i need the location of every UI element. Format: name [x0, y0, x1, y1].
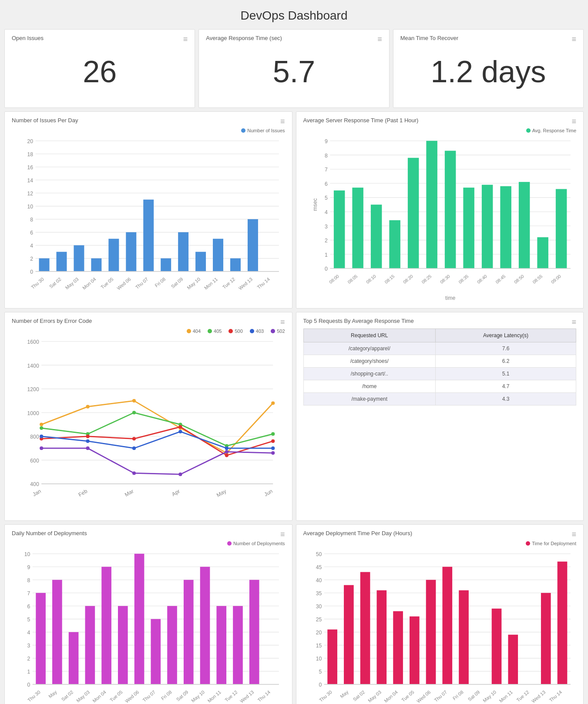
deploy-time-chart: 05101520253035404550Thu 30MaySat 02May 0… [303, 548, 577, 704]
deploy-time-menu[interactable]: ≡ [571, 530, 576, 539]
svg-text:msec: msec [312, 198, 318, 211]
table-cell: 4.3 [435, 392, 576, 405]
svg-point-128 [178, 425, 182, 429]
deployments-legend: Number of Deployments [12, 541, 285, 546]
svg-rect-34 [248, 219, 258, 272]
svg-text:Feb: Feb [77, 488, 88, 498]
deploy-time-title: Average Deployment Time Per Day (Hours) [303, 530, 412, 536]
svg-text:08:35: 08:35 [457, 274, 469, 285]
top5-requests-menu[interactable]: ≡ [571, 318, 576, 327]
svg-text:10: 10 [24, 551, 30, 557]
table-cell: 4.7 [435, 380, 576, 392]
svg-text:Apr: Apr [171, 488, 181, 498]
table-cell: /shopping-cart/.. [303, 367, 435, 380]
svg-rect-181 [184, 580, 194, 684]
svg-rect-22 [39, 258, 50, 272]
svg-point-142 [271, 451, 275, 455]
row3: Number of Errors by Error Code ≡ 4044055… [4, 312, 584, 521]
svg-text:25: 25 [316, 617, 322, 623]
svg-text:4: 4 [30, 243, 33, 249]
svg-text:5: 5 [27, 617, 30, 623]
svg-text:Tue 12: Tue 12 [224, 689, 238, 703]
svg-rect-23 [57, 252, 67, 272]
svg-text:Thu 07: Thu 07 [433, 689, 448, 703]
svg-text:0: 0 [325, 266, 328, 272]
kpi-mttr-menu[interactable]: ≡ [571, 35, 576, 44]
col-latency-header: Average Latency(s) [435, 329, 576, 342]
deployments-card: Daily Number of Deployments ≡ Number of … [4, 524, 292, 704]
col-url-header: Requested URL [303, 329, 435, 342]
svg-text:5: 5 [319, 669, 322, 675]
server-response-chart: 012345678908:0008:0508:1008:1508:2008:25… [303, 135, 577, 303]
table-cell: /category/apparel/ [303, 342, 435, 355]
svg-text:Wed 06: Wed 06 [116, 276, 131, 291]
svg-point-136 [271, 446, 275, 450]
svg-rect-234 [508, 635, 518, 684]
svg-rect-226 [360, 572, 370, 684]
svg-rect-25 [91, 258, 101, 272]
legend-item: 405 [208, 329, 222, 334]
svg-point-127 [132, 437, 136, 440]
svg-text:0: 0 [30, 269, 33, 275]
svg-point-131 [40, 435, 43, 438]
issues-per-day-menu[interactable]: ≡ [280, 117, 285, 126]
svg-text:Fri 08: Fri 08 [154, 276, 166, 288]
server-response-menu[interactable]: ≡ [571, 117, 576, 126]
svg-text:1200: 1200 [27, 386, 39, 392]
svg-text:Fri 08: Fri 08 [160, 689, 173, 701]
errors-by-code-card: Number of Errors by Error Code ≡ 4044055… [4, 312, 292, 521]
errors-by-code-menu[interactable]: ≡ [280, 318, 285, 327]
top5-table-container: Requested URL Average Latency(s) /catego… [303, 329, 577, 406]
svg-text:May: May [339, 689, 349, 699]
svg-text:Thu 30: Thu 30 [27, 689, 41, 703]
svg-rect-30 [178, 232, 188, 272]
svg-text:08:10: 08:10 [365, 274, 377, 285]
svg-text:09:00: 09:00 [550, 274, 562, 285]
svg-text:6: 6 [30, 230, 33, 236]
svg-text:Tue 05: Tue 05 [100, 276, 114, 290]
svg-text:20: 20 [27, 138, 33, 144]
svg-rect-70 [333, 191, 344, 268]
svg-text:1: 1 [27, 669, 30, 675]
svg-rect-74 [407, 158, 418, 268]
svg-rect-78 [481, 185, 492, 268]
svg-text:Mon 04: Mon 04 [91, 689, 107, 704]
deployments-menu[interactable]: ≡ [280, 530, 285, 539]
table-cell: /make-payment [303, 392, 435, 405]
table-cell: /category/shoes/ [303, 355, 435, 367]
svg-text:6: 6 [27, 603, 30, 610]
svg-text:10: 10 [316, 656, 322, 662]
legend-item: 502 [271, 329, 285, 334]
svg-text:Thu 14: Thu 14 [257, 689, 272, 703]
svg-text:Wed 13: Wed 13 [239, 689, 255, 704]
svg-text:08:40: 08:40 [476, 274, 488, 285]
svg-text:12: 12 [27, 191, 33, 197]
kpi-response-time-menu[interactable]: ≡ [377, 35, 382, 44]
svg-text:600: 600 [30, 458, 39, 464]
svg-text:16: 16 [27, 164, 33, 171]
svg-text:Thu 30: Thu 30 [318, 689, 333, 703]
svg-text:6: 6 [325, 181, 328, 187]
svg-text:800: 800 [30, 434, 39, 440]
kpi-response-time: Average Response Time (sec) ≡ 5.7 [198, 29, 389, 108]
svg-text:8: 8 [325, 153, 328, 159]
svg-rect-76 [444, 151, 455, 268]
svg-text:Sat 09: Sat 09 [467, 689, 480, 702]
svg-point-130 [271, 439, 275, 443]
svg-text:Sat 02: Sat 02 [352, 689, 366, 702]
svg-rect-173 [52, 580, 62, 684]
svg-text:Thu 14: Thu 14 [256, 276, 271, 290]
svg-text:Thu 07: Thu 07 [141, 689, 156, 703]
svg-text:9: 9 [325, 138, 328, 144]
svg-text:08:25: 08:25 [420, 274, 432, 285]
kpi-open-issues-menu[interactable]: ≡ [183, 35, 188, 44]
svg-text:7: 7 [325, 167, 328, 173]
svg-text:1: 1 [325, 252, 328, 258]
issues-per-day-chart: 02468101214161820Thu 30Sat 02May 03Mon 0… [12, 135, 285, 303]
svg-point-126 [86, 435, 90, 438]
svg-point-139 [132, 471, 136, 475]
svg-rect-81 [537, 237, 548, 268]
svg-text:9: 9 [27, 564, 30, 570]
svg-point-132 [86, 439, 90, 443]
svg-rect-176 [101, 567, 111, 684]
